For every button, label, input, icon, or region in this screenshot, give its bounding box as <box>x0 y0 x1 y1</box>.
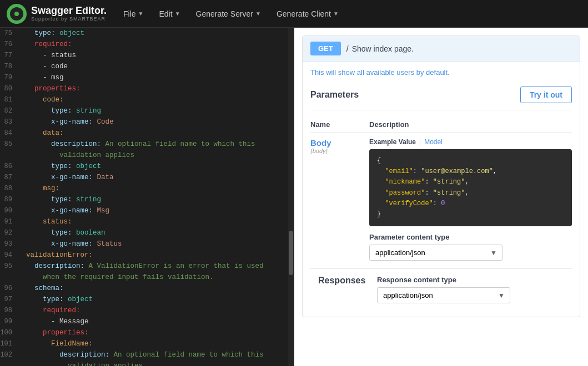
code-editor[interactable]: 75 type: object 76 required: 77 - status… <box>0 28 294 366</box>
code-line: 93 x-go-name: Status <box>0 238 294 250</box>
rct-label: Response content type <box>377 276 564 284</box>
editor-panel: 75 type: object 76 required: 77 - status… <box>0 28 294 366</box>
code-line: 99 - Message <box>0 316 294 327</box>
info-text: This will show all available users by de… <box>310 68 572 77</box>
get-body: This will show all available users by de… <box>303 62 580 317</box>
code-line: 98 required: <box>0 305 294 316</box>
scrollbar-thumb[interactable] <box>289 231 293 275</box>
chevron-down-icon: ▼ <box>255 11 261 17</box>
code-line: 78 - code <box>0 61 294 72</box>
get-badge[interactable]: GET <box>310 42 341 55</box>
code-line: 96 schema: <box>0 283 294 294</box>
code-line: 89 type: string <box>0 194 294 205</box>
code-line: 85 description: An optional field name t… <box>0 139 294 150</box>
params-header: Parameters Try it out <box>310 83 572 110</box>
code-line: 77 - status <box>0 50 294 61</box>
get-header: GET / Show index page. <box>303 36 580 62</box>
rct-select[interactable]: application/json <box>377 287 510 303</box>
nav-edit[interactable]: Edit ▼ <box>154 6 186 22</box>
code-line: 94 validationError: <box>0 250 294 261</box>
code-line: 100 properties: <box>0 327 294 338</box>
body-sublabel: {body} <box>310 148 360 154</box>
logo-subtitle: Supported by SMARTBEAR <box>31 16 107 22</box>
code-line: 101 FieldName: <box>0 338 294 349</box>
code-line: 76 required: <box>0 39 294 50</box>
code-line: 83 x-go-name: Code <box>0 116 294 128</box>
code-line: 86 type: object <box>0 161 294 172</box>
code-line: 88 msg: <box>0 183 294 194</box>
code-line: when the required input fails validation… <box>0 272 294 283</box>
code-line: 82 type: string <box>0 105 294 116</box>
responses-label: Responses <box>318 276 368 286</box>
logo: Swagger Editor. Supported by SMARTBEAR <box>7 4 107 24</box>
get-slash: / <box>346 44 349 53</box>
try-it-button[interactable]: Try it out <box>520 87 572 103</box>
scrollbar[interactable] <box>288 28 294 366</box>
tab-model[interactable]: Model <box>424 138 443 146</box>
code-line: 97 type: object <box>0 294 294 305</box>
chevron-down-icon: ▼ <box>175 11 180 17</box>
table-header: Name Description <box>310 117 572 133</box>
main-layout: 75 type: object 76 required: 77 - status… <box>0 28 588 366</box>
get-description: Show index page. <box>352 44 414 53</box>
example-code-block: { "email": "user@example.com", "nickname… <box>369 149 572 226</box>
right-panel: GET / Show index page. This will show al… <box>294 28 588 366</box>
responses-section: Responses Response content type applicat… <box>310 268 572 310</box>
tab-example-value[interactable]: Example Value <box>369 138 416 146</box>
code-line: 81 code: <box>0 94 294 105</box>
col-name: Name <box>310 120 360 129</box>
code-line: 95 description: A ValidationError is an … <box>0 261 294 272</box>
code-line: 102 description: An optional field name … <box>0 349 294 360</box>
code-line: 90 x-go-name: Msg <box>0 205 294 216</box>
nav-file[interactable]: File ▼ <box>118 6 149 22</box>
chevron-down-icon: ▼ <box>138 11 144 17</box>
body-label: Body <box>310 138 360 148</box>
code-line: 92 type: boolean <box>0 227 294 238</box>
get-endpoint-section: GET / Show index page. This will show al… <box>302 35 580 317</box>
nav-generate-server[interactable]: Generate Server ▼ <box>190 6 267 22</box>
top-navbar: Swagger Editor. Supported by SMARTBEAR F… <box>0 0 588 28</box>
col-description: Description <box>369 120 409 129</box>
example-model-tabs: Example Value | Model <box>369 138 572 146</box>
logo-title: Swagger Editor. <box>31 6 107 17</box>
chevron-down-icon: ▼ <box>333 11 339 17</box>
code-line: validation applies <box>0 150 294 161</box>
params-title: Parameters <box>310 90 359 100</box>
code-line: 75 type: object <box>0 28 294 39</box>
code-line: 84 data: <box>0 128 294 139</box>
logo-icon <box>7 4 27 24</box>
pct-select[interactable]: application/json <box>369 245 502 261</box>
nav-generate-client[interactable]: Generate Client ▼ <box>271 6 344 22</box>
code-line: validation applies <box>0 360 294 366</box>
body-param-row: Body {body} Example Value | Model { "ema… <box>310 138 572 261</box>
code-line: 87 x-go-name: Data <box>0 172 294 183</box>
code-line: 80 properties: <box>0 83 294 94</box>
rct-select-wrapper[interactable]: application/json ▼ <box>377 287 510 303</box>
pct-label: Parameter content type <box>369 233 572 241</box>
code-line: 79 - msg <box>0 72 294 83</box>
code-line: 91 status: <box>0 216 294 227</box>
pct-select-wrapper[interactable]: application/json ▼ <box>369 245 502 261</box>
